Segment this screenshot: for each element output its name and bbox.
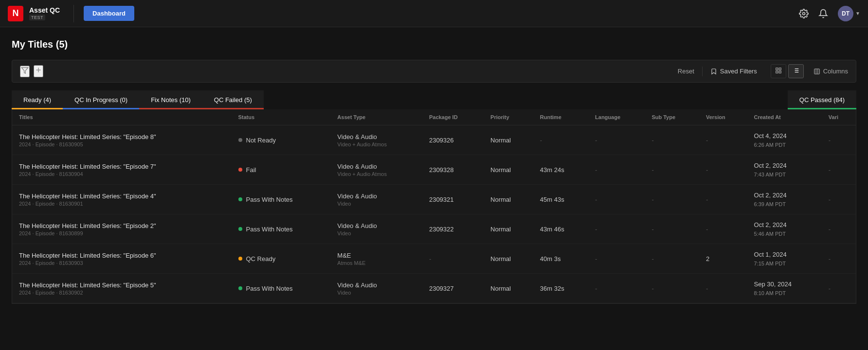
cell-status: Fail (232, 155, 331, 185)
grid-icon (775, 67, 782, 74)
cell-variant: - (822, 274, 856, 303)
titles-table: Titles Status Asset Type Package ID Prio… (12, 109, 856, 303)
plus-icon (35, 66, 42, 74)
settings-button[interactable] (799, 9, 809, 18)
status-label: Fail (246, 166, 256, 174)
col-package-id: Package ID (422, 109, 484, 125)
cell-version: - (699, 214, 747, 244)
cell-package-id: 2309322 (422, 214, 484, 244)
add-filter-button[interactable] (34, 65, 43, 77)
tab-fix-notes[interactable]: Fix Notes (10) (139, 90, 202, 109)
cell-runtime: 43m 24s (533, 155, 588, 185)
status-dot (238, 197, 242, 201)
table-row[interactable]: The Helicopter Heist: Limited Series: "E… (12, 214, 856, 244)
status-label: Not Ready (246, 137, 276, 144)
filter-icon-button[interactable] (20, 66, 30, 77)
nav-divider (73, 5, 74, 22)
table-body: The Helicopter Heist: Limited Series: "E… (12, 125, 856, 303)
cell-status: QC Ready (232, 244, 331, 274)
cell-status: Not Ready (232, 125, 331, 155)
col-asset-type: Asset Type (330, 109, 422, 125)
svg-rect-7 (779, 71, 781, 73)
cell-asset-type: Video & Audio Video + Audio Atmos (330, 125, 422, 155)
view-toggle (771, 64, 804, 78)
bookmark-icon (710, 68, 717, 75)
cell-language: - (588, 274, 645, 303)
cell-asset-type: M&E Atmos M&E (330, 244, 422, 274)
table-row[interactable]: The Helicopter Heist: Limited Series: "E… (12, 125, 856, 155)
cell-sub-type: - (645, 185, 699, 214)
svg-rect-6 (776, 71, 778, 73)
table-row[interactable]: The Helicopter Heist: Limited Series: "E… (12, 185, 856, 214)
status-dot (238, 138, 242, 142)
cell-runtime: - (533, 125, 588, 155)
cell-sub-type: - (645, 244, 699, 274)
cell-version: - (699, 185, 747, 214)
cell-created-at: Sep 30, 2024 8:10 AM PDT (747, 274, 822, 303)
filter-icon (21, 67, 29, 74)
cell-title: The Helicopter Heist: Limited Series: "E… (12, 185, 232, 214)
cell-sub-type: - (645, 125, 699, 155)
cell-title: The Helicopter Heist: Limited Series: "E… (12, 244, 232, 274)
tab-qc-passed[interactable]: QC Passed (84) (788, 90, 856, 109)
cell-sub-type: - (645, 274, 699, 303)
cell-variant: - (822, 244, 856, 274)
col-variant: Vari (822, 109, 856, 125)
svg-marker-1 (21, 68, 28, 73)
cell-asset-type: Video & Audio Video (330, 214, 422, 244)
cell-title: The Helicopter Heist: Limited Series: "E… (12, 125, 232, 155)
cell-package-id: - (422, 244, 484, 274)
cell-runtime: 40m 3s (533, 244, 588, 274)
cell-title: The Helicopter Heist: Limited Series: "E… (12, 155, 232, 185)
cell-created-at: Oct 1, 2024 7:15 AM PDT (747, 244, 822, 274)
table-header-row: Titles Status Asset Type Package ID Prio… (12, 109, 856, 125)
cell-variant: - (822, 214, 856, 244)
cell-variant: - (822, 185, 856, 214)
cell-sub-type: - (645, 155, 699, 185)
svg-rect-14 (814, 69, 819, 74)
cell-language: - (588, 244, 645, 274)
cell-variant: - (822, 125, 856, 155)
tab-ready[interactable]: Ready (4) (12, 90, 63, 109)
table-row[interactable]: The Helicopter Heist: Limited Series: "E… (12, 244, 856, 274)
cell-created-at: Oct 2, 2024 5:46 AM PDT (747, 214, 822, 244)
status-dot (238, 286, 242, 290)
columns-button[interactable]: Columns (814, 68, 848, 75)
col-priority: Priority (484, 109, 533, 125)
tab-qc-in-progress[interactable]: QC In Progress (0) (63, 90, 139, 109)
cell-status: Pass With Notes (232, 185, 331, 214)
app-title: Asset QC (29, 6, 60, 15)
dashboard-button[interactable]: Dashboard (84, 6, 134, 21)
user-avatar-wrapper[interactable]: DT ▼ (838, 6, 860, 21)
page-title: My Titles (5) (12, 39, 856, 50)
avatar-dropdown-arrow: ▼ (855, 11, 860, 16)
cell-version: 2 (699, 244, 747, 274)
tab-qc-failed[interactable]: QC Failed (5) (202, 90, 264, 109)
cell-package-id: 2309327 (422, 274, 484, 303)
status-dot (238, 227, 242, 231)
notifications-button[interactable] (818, 9, 828, 18)
cell-language: - (588, 155, 645, 185)
nav-icons: DT ▼ (799, 6, 860, 21)
grid-view-button[interactable] (771, 64, 786, 78)
list-icon (793, 67, 799, 74)
col-status: Status (232, 109, 331, 125)
main-content: My Titles (5) Reset Saved Filters (0, 27, 868, 304)
cell-variant: - (822, 155, 856, 185)
reset-button[interactable]: Reset (674, 66, 698, 77)
columns-icon (814, 68, 820, 75)
top-navigation: N Asset QC TEST Dashboard DT ▼ (0, 0, 868, 27)
cell-priority: Normal (484, 125, 533, 155)
cell-package-id: 2309326 (422, 125, 484, 155)
svg-rect-4 (776, 68, 778, 70)
app-title-block: Asset QC TEST (29, 6, 60, 20)
list-view-button[interactable] (788, 64, 804, 78)
table-row[interactable]: The Helicopter Heist: Limited Series: "E… (12, 274, 856, 303)
cell-priority: Normal (484, 214, 533, 244)
status-label: Pass With Notes (246, 285, 293, 292)
table-wrapper: Titles Status Asset Type Package ID Prio… (12, 109, 856, 304)
cell-runtime: 36m 32s (533, 274, 588, 303)
status-label: QC Ready (246, 255, 276, 262)
saved-filters-button[interactable]: Saved Filters (706, 66, 761, 77)
table-row[interactable]: The Helicopter Heist: Limited Series: "E… (12, 155, 856, 185)
